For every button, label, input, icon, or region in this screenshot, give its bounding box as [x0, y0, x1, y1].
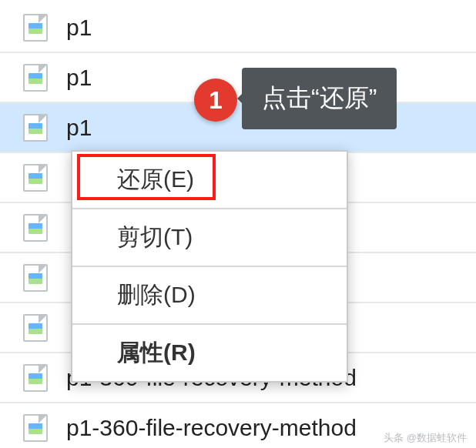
- image-file-icon: [23, 114, 48, 142]
- image-file-icon: [23, 264, 48, 292]
- annotation-tooltip: 点击“还原”: [242, 68, 397, 129]
- image-file-icon: [23, 64, 48, 92]
- menu-item-restore[interactable]: 还原(E): [72, 152, 347, 209]
- image-file-icon: [23, 214, 48, 242]
- file-item-selected[interactable]: p1: [0, 103, 476, 153]
- menu-item-cut[interactable]: 剪切(T): [72, 209, 347, 267]
- image-file-icon: [23, 314, 48, 342]
- file-name-label: p1: [66, 15, 92, 41]
- file-name-label: p1: [66, 115, 92, 141]
- menu-item-delete[interactable]: 删除(D): [72, 267, 347, 325]
- image-file-icon: [23, 14, 48, 42]
- file-item[interactable]: p1: [0, 3, 476, 53]
- image-file-icon: [23, 414, 48, 442]
- image-file-icon: [23, 164, 48, 192]
- file-name-label: p1-360-file-recovery-method: [66, 415, 357, 441]
- file-name-label: p1: [66, 65, 92, 91]
- context-menu: 还原(E) 剪切(T) 删除(D) 属性(R): [71, 150, 348, 383]
- watermark-text: 头条 @数据蛙软件: [384, 431, 467, 445]
- image-file-icon: [23, 364, 48, 392]
- annotation-badge: 1: [194, 79, 237, 122]
- menu-item-properties[interactable]: 属性(R): [72, 325, 347, 381]
